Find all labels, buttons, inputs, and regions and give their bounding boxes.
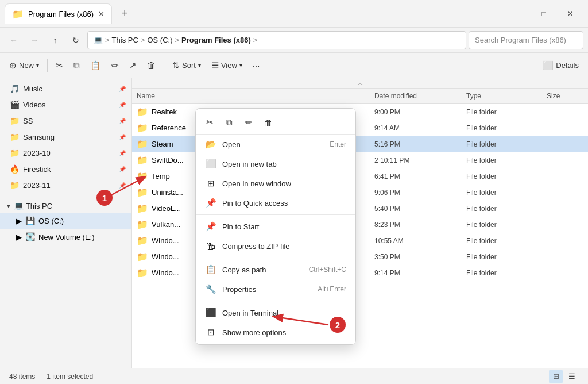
sidebar-item-music[interactable]: 🎵 Music 📌 <box>0 80 131 97</box>
sidebar-item-2023-11[interactable]: 📁 2023-11 📌 <box>0 177 131 193</box>
os-c-path[interactable]: OS (C:) <box>147 36 172 44</box>
file-name: Reference <box>152 124 186 132</box>
toolbar: ⊕ New ▾ ✂ ⧉ 📋 ✏ ↗ 🗑 ⇅ Sort ▾ ☰ View ▾ ··… <box>0 53 588 78</box>
sidebar-os-c[interactable]: ▶ 💾 OS (C:) <box>0 213 131 229</box>
sidebar: 🎵 Music 📌 🎬 Videos 📌 📁 SS 📌 📁 Samsung 📌 … <box>0 78 132 368</box>
cm-rename-button[interactable]: ✏ <box>239 113 258 132</box>
view-label: View <box>221 61 237 70</box>
this-pc-path[interactable]: This PC <box>112 36 138 44</box>
music-icon: 🎵 <box>9 84 20 93</box>
cm-toolbar: ✂ ⧉ ✏ 🗑 <box>196 111 355 135</box>
tab-close-icon[interactable]: ✕ <box>98 10 105 18</box>
sidebar-item-2023-10[interactable]: 📁 2023-10 📌 <box>0 145 131 161</box>
pin-icon-samsung: 📌 <box>119 134 126 140</box>
sidebar-item-firestick[interactable]: 🔥 Firestick 📌 <box>0 161 131 177</box>
cm-item-compress-to-zip-file[interactable]: 🗜 Compress to ZIP file <box>196 236 355 256</box>
cm-item-open-in-new-tab[interactable]: ⬜ Open in new tab <box>196 154 355 174</box>
new-volume-label: New Volume (E:) <box>38 233 95 241</box>
file-table-header: Name Date modified Type Size <box>132 89 588 104</box>
folder-icon: 📁 <box>137 106 148 117</box>
cm-item-open-in-terminal[interactable]: ⬛ Open in Terminal <box>196 303 355 322</box>
cm-item-show-more-options[interactable]: ⊡ Show more options <box>196 322 355 342</box>
file-date: 9:14 AM <box>370 124 462 132</box>
cm-item-icon: ⊡ <box>205 327 216 338</box>
minimize-button[interactable]: — <box>504 5 531 23</box>
file-name: Temp <box>152 172 170 181</box>
copy-button[interactable]: ⧉ <box>69 58 84 73</box>
cm-separator <box>196 214 355 215</box>
sort-button[interactable]: ⇅ Sort ▾ <box>168 58 206 73</box>
cm-delete-button[interactable]: 🗑 <box>259 113 277 132</box>
file-date: 6:41 PM <box>370 172 462 181</box>
sidebar-samsung-label: Samsung <box>23 133 115 141</box>
sidebar-item-ss[interactable]: 📁 SS 📌 <box>0 113 131 129</box>
file-type: File folder <box>462 205 542 213</box>
cm-copy-button[interactable]: ⧉ <box>220 113 238 132</box>
cm-item-shortcut: Alt+Enter <box>318 285 346 293</box>
cm-item-shortcut: Ctrl+Shift+C <box>309 266 346 274</box>
collapse-bar[interactable]: ︿ <box>132 78 588 89</box>
cm-item-icon: 📌 <box>205 221 216 232</box>
grid-view-toggle[interactable]: ⊞ <box>549 370 563 383</box>
os-c-expand: ▶ <box>16 217 22 225</box>
share-button[interactable]: ↗ <box>125 58 141 73</box>
cm-cut-button[interactable]: ✂ <box>200 113 219 132</box>
videos-icon: 🎬 <box>9 100 20 109</box>
address-path[interactable]: 💻 > This PC > OS (C:) > Program Files (x… <box>87 31 466 49</box>
close-button[interactable]: ✕ <box>557 5 583 23</box>
up-button[interactable]: ↑ <box>46 31 64 49</box>
delete-button[interactable]: 🗑 <box>142 58 160 72</box>
header-type: Type <box>462 91 542 101</box>
file-name: Steam <box>152 140 173 148</box>
file-date: 5:16 PM <box>370 140 462 148</box>
file-type: File folder <box>462 172 542 181</box>
cm-item-icon: 📌 <box>205 197 216 209</box>
view-chevron: ▾ <box>239 62 242 68</box>
share-icon: ↗ <box>129 60 137 71</box>
paste-button[interactable]: 📋 <box>86 58 106 73</box>
search-box[interactable]: Search Program Files (x86) <box>469 31 583 49</box>
pin-icon-2023-11: 📌 <box>119 182 126 189</box>
rename-button[interactable]: ✏ <box>107 58 123 73</box>
cm-item-open[interactable]: 📂 Open Enter <box>196 135 355 154</box>
sidebar-new-volume[interactable]: ▶ 💽 New Volume (E:) <box>0 229 131 245</box>
cm-item-copy-as-path[interactable]: 📋 Copy as path Ctrl+Shift+C <box>196 260 355 279</box>
program-files-path[interactable]: Program Files (x86) <box>181 36 251 44</box>
folder-icon: 📁 <box>137 219 148 230</box>
sidebar-item-videos[interactable]: 🎬 Videos 📌 <box>0 97 131 113</box>
this-pc-parent[interactable]: ▼ 💻 This PC <box>0 199 131 213</box>
new-tab-button[interactable]: + <box>117 6 133 22</box>
cm-item-open-in-new-window[interactable]: ⊞ Open in new window <box>196 174 355 193</box>
refresh-button[interactable]: ↻ <box>67 31 85 49</box>
cm-item-pin-to-quick-access[interactable]: 📌 Pin to Quick access <box>196 193 355 213</box>
maximize-button[interactable]: □ <box>531 5 557 23</box>
list-view-toggle[interactable]: ☰ <box>565 370 579 383</box>
file-date: 9:14 PM <box>370 269 462 277</box>
details-button[interactable]: ⬜ Details <box>538 58 583 73</box>
file-type: File folder <box>462 108 542 116</box>
cm-item-icon: 🔧 <box>205 283 216 295</box>
view-button[interactable]: ☰ View ▾ <box>207 58 247 73</box>
pin-icon-2023-10: 📌 <box>119 150 126 156</box>
file-type: File folder <box>462 253 542 261</box>
cm-item-pin-to-start[interactable]: 📌 Pin to Start <box>196 217 355 236</box>
sort-label: Sort <box>182 61 196 70</box>
forward-button[interactable]: → <box>25 31 44 49</box>
cut-button[interactable]: ✂ <box>51 58 68 73</box>
folder-icon: 📁 <box>137 267 148 278</box>
new-button[interactable]: ⊕ New ▾ <box>5 58 44 73</box>
cm-item-shortcut: Enter <box>330 140 346 148</box>
file-name: Windo... <box>152 236 179 245</box>
sidebar-item-samsung[interactable]: 📁 Samsung 📌 <box>0 129 131 145</box>
ss-icon: 📁 <box>9 116 20 125</box>
file-date: 5:40 PM <box>370 205 462 213</box>
back-button[interactable]: ← <box>5 31 23 49</box>
cm-item-properties[interactable]: 🔧 Properties Alt+Enter <box>196 279 355 299</box>
file-type: File folder <box>462 269 542 277</box>
cm-item-label: Properties <box>222 285 312 294</box>
folder-icon: 📁 <box>137 251 148 262</box>
2023-10-icon: 📁 <box>9 148 20 158</box>
more-button[interactable]: ··· <box>248 58 265 72</box>
cm-item-label: Open in Terminal <box>222 309 346 317</box>
active-tab[interactable]: 📁 Program Files (x86) ✕ <box>5 3 112 24</box>
